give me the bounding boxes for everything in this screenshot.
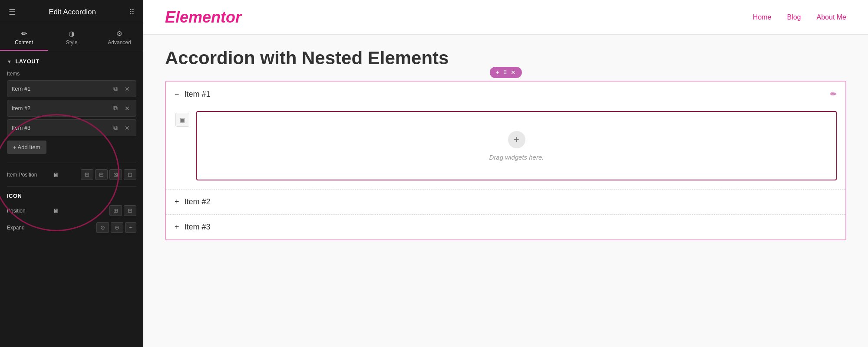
icon-pos-btn-1[interactable]: ⊞ — [109, 205, 122, 216]
copy-item-1-button[interactable]: ⧉ — [112, 84, 119, 93]
list-item: Item #3 ⧉ ✕ — [7, 119, 136, 136]
drag-add-button[interactable]: + — [508, 131, 525, 148]
item-label-3: Item #3 — [12, 124, 108, 131]
edit-pencil-icon[interactable]: ✏ — [830, 89, 837, 99]
add-item-button[interactable]: + Add Item — [7, 141, 46, 154]
sidebar-tabs: ✏ Content ◑ Style ⚙ Advanced — [0, 24, 143, 51]
tab-advanced-label: Advanced — [108, 39, 131, 46]
sidebar-header: ☰ Edit Accordion ⠿ — [0, 0, 143, 24]
style-tab-icon: ◑ — [69, 29, 75, 38]
accordion-content-1: ▣ + Drag widgets here. — [166, 107, 845, 189]
sidebar: ☰ Edit Accordion ⠿ ✏ Content ◑ Style ⚙ A… — [0, 0, 143, 347]
accordion-title-1: Item #1 — [185, 90, 211, 99]
tab-content-label: Content — [15, 39, 33, 46]
icon-section-title: Icon — [7, 193, 22, 199]
position-btn-3[interactable]: ⊠ — [109, 169, 122, 180]
accordion-items-list: Item #1 ⧉ ✕ Item #2 ⧉ ✕ Item #3 ⧉ ✕ — [7, 80, 136, 136]
main-area: Elementor Home Blog About Me Accordion w… — [143, 0, 868, 347]
accordion-header-3[interactable]: + Item #3 — [166, 215, 845, 239]
item-position-buttons: ⊞ ⊟ ⊠ ⊡ — [81, 169, 136, 180]
column-selector[interactable]: ▣ — [175, 113, 189, 127]
page-heading: Accordion with Nested Elements — [165, 48, 846, 69]
tab-style[interactable]: ◑ Style — [48, 24, 96, 51]
list-item: Item #1 ⧉ ✕ — [7, 80, 136, 97]
expand-icon-2: + — [175, 197, 179, 206]
accordion-title-2: Item #2 — [185, 197, 211, 206]
toolbar-close-icon[interactable]: ✕ — [511, 69, 516, 76]
page-content: Accordion with Nested Elements + ⠿ ✕ − I… — [143, 35, 868, 347]
item-label-1: Item #1 — [12, 85, 108, 92]
divider — [7, 186, 136, 187]
content-tab-icon: ✏ — [21, 29, 27, 38]
position-btn-1[interactable]: ⊞ — [81, 169, 93, 180]
copy-item-2-button[interactable]: ⧉ — [112, 104, 119, 113]
position-btn-4[interactable]: ⊡ — [124, 169, 136, 180]
item-position-label: Item Position — [7, 172, 50, 178]
expand-buttons: ⊘ ⊕ + — [96, 222, 136, 233]
icon-position-label: Position — [7, 208, 50, 214]
grid-icon[interactable]: ⠿ — [129, 7, 135, 17]
tab-style-label: Style — [66, 39, 78, 46]
accordion-title-3: Item #3 — [185, 223, 211, 232]
drag-drop-zone: + Drag widgets here. — [196, 111, 837, 180]
accordion-panel-2: + Item #2 — [166, 190, 845, 215]
divider — [7, 163, 136, 163]
expand-btn-upload[interactable]: ⊕ — [111, 222, 123, 233]
brand-logo: Elementor — [165, 8, 241, 26]
nav-links: Home Blog About Me — [753, 13, 846, 21]
accordion-header-1[interactable]: − Item #1 ✏ — [166, 82, 845, 107]
icon-position-control: Position 🖥 ⊞ ⊟ — [7, 205, 136, 216]
expand-btn-none[interactable]: ⊘ — [96, 222, 109, 233]
sidebar-title: Edit Accordion — [49, 8, 96, 16]
accordion-header-2[interactable]: + Item #2 — [166, 190, 845, 214]
nav-home[interactable]: Home — [753, 13, 772, 21]
nav-blog[interactable]: Blog — [787, 13, 801, 21]
layout-section-title: Layout — [15, 58, 39, 65]
advanced-tab-icon: ⚙ — [116, 29, 122, 38]
item-label-2: Item #2 — [12, 105, 108, 111]
item-position-control: Item Position 🖥 ⊞ ⊟ ⊠ ⊡ — [7, 169, 136, 180]
sidebar-content: ▼ Layout Items Item #1 ⧉ ✕ Item #2 ⧉ ✕ I… — [0, 51, 143, 347]
accordion-panel-3: + Item #3 — [166, 215, 845, 239]
expand-btn-add[interactable]: + — [125, 222, 136, 233]
delete-item-2-button[interactable]: ✕ — [123, 104, 132, 113]
drag-text: Drag widgets here. — [489, 154, 544, 161]
list-item: Item #2 ⧉ ✕ — [7, 100, 136, 117]
icon-pos-btn-2[interactable]: ⊟ — [124, 205, 136, 216]
section-arrow: ▼ — [7, 59, 12, 64]
accordion-panel-1: − Item #1 ✏ ▣ + Drag widgets here. — [166, 82, 845, 190]
toolbar-plus-icon[interactable]: + — [495, 69, 499, 76]
expand-icon-3: + — [175, 223, 179, 232]
icon-section-header: Icon — [7, 193, 136, 199]
layout-section-header: ▼ Layout — [7, 58, 136, 65]
position-btn-2[interactable]: ⊟ — [95, 169, 108, 180]
expand-label: Expand — [7, 225, 50, 231]
top-navigation: Elementor Home Blog About Me — [143, 0, 868, 35]
hamburger-icon[interactable]: ☰ — [9, 7, 16, 17]
nav-about-me[interactable]: About Me — [817, 13, 846, 21]
items-label: Items — [7, 71, 136, 77]
accordion-editor: + ⠿ ✕ − Item #1 ✏ ▣ + Drag widgets here. — [165, 81, 846, 240]
tab-advanced[interactable]: ⚙ Advanced — [96, 24, 143, 51]
expand-control: Expand ⊘ ⊕ + — [7, 222, 136, 233]
icon-position-buttons: ⊞ ⊟ — [109, 205, 136, 216]
widget-toolbar: + ⠿ ✕ — [489, 67, 521, 78]
icon-position-icon: 🖥 — [53, 207, 59, 214]
delete-item-1-button[interactable]: ✕ — [123, 85, 132, 93]
toolbar-drag-icon[interactable]: ⠿ — [503, 69, 507, 76]
delete-item-3-button[interactable]: ✕ — [123, 124, 132, 132]
add-item-label: + Add Item — [13, 144, 40, 151]
tab-content[interactable]: ✏ Content — [0, 24, 48, 51]
collapse-icon-1: − — [175, 90, 179, 99]
monitor-icon: 🖥 — [53, 171, 59, 178]
copy-item-3-button[interactable]: ⧉ — [112, 123, 119, 132]
